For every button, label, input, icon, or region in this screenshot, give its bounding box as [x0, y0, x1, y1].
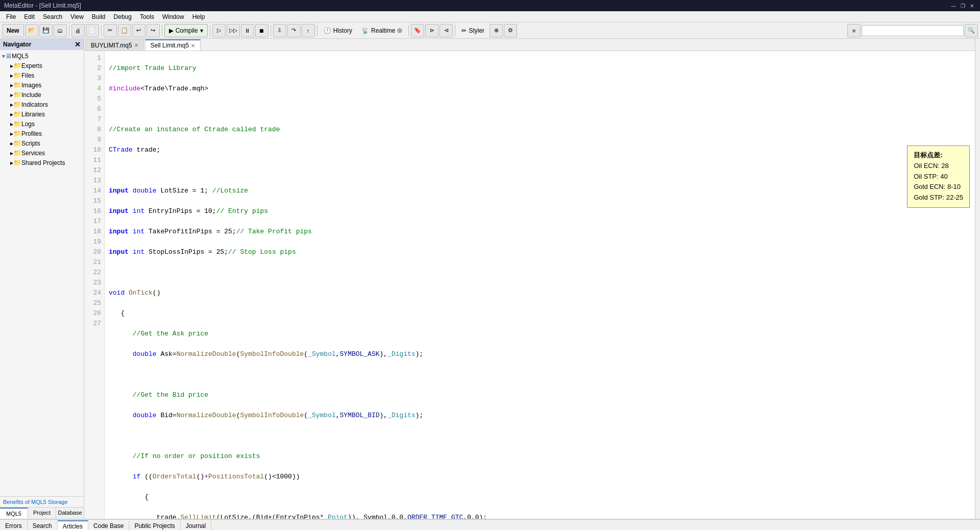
- experts-folder-icon: 📁: [13, 62, 21, 69]
- search-execute-button[interactable]: 🔍: [965, 24, 978, 37]
- images-folder-icon: 📁: [13, 81, 21, 89]
- menu-build[interactable]: Build: [88, 12, 110, 21]
- menu-view[interactable]: View: [66, 12, 88, 21]
- menu-help[interactable]: Help: [188, 12, 209, 21]
- bottom-tab-journal[interactable]: Journal: [181, 521, 211, 531]
- code-line-8: input int EntryInPips = 10;// Entry pips: [109, 206, 971, 216]
- nav-item-mql5[interactable]: ▾ 🖥 MQL5: [0, 51, 84, 61]
- tooltip-line1: Oil ECN: 28: [914, 161, 963, 172]
- code-line-5: CTrade trade;: [109, 145, 971, 155]
- code-text[interactable]: //import Trade Library #include<Trade\Tr…: [105, 51, 975, 519]
- undo-button[interactable]: ↩: [132, 24, 145, 37]
- nav-item-files[interactable]: ▸ 📁 Files: [0, 70, 84, 80]
- run-button[interactable]: ▷: [212, 24, 226, 37]
- menu-tools[interactable]: Tools: [136, 12, 158, 21]
- history-button[interactable]: 🕐 History: [320, 24, 356, 37]
- search-toolbar-icon[interactable]: ≡: [847, 24, 861, 37]
- redo-button[interactable]: ↪: [146, 24, 160, 37]
- bookmark-button[interactable]: 🔖: [411, 24, 424, 37]
- search-toolbar-input[interactable]: [862, 25, 964, 36]
- menu-edit[interactable]: Edit: [20, 12, 39, 21]
- compile-icon: ▶: [169, 27, 174, 34]
- bookmark-next-button[interactable]: ⊳: [425, 24, 438, 37]
- compile-dropdown-icon[interactable]: ▾: [200, 27, 203, 34]
- code-line-22: {: [109, 492, 971, 502]
- cut-button[interactable]: ✂: [104, 24, 117, 37]
- pause-button[interactable]: ⏸: [241, 24, 254, 37]
- close-button[interactable]: ✕: [968, 2, 976, 9]
- styler-button[interactable]: ✏ Styler: [457, 24, 488, 37]
- navigator-footer[interactable]: Benefits of MQL5 Storage: [0, 496, 84, 507]
- nav-item-indicators[interactable]: ▸ 📁 Indicators: [0, 100, 84, 109]
- right-scrollbar[interactable]: [975, 39, 980, 519]
- config-button[interactable]: ⚙: [504, 24, 517, 37]
- libraries-folder-icon: 📁: [13, 110, 21, 118]
- nav-item-profiles[interactable]: ▸ 📁 Profiles: [0, 129, 84, 138]
- bottom-tab-errors[interactable]: Errors: [0, 521, 28, 531]
- tooltip-line3: Gold ECN: 8-10: [914, 182, 963, 192]
- bottom-tab-codebase[interactable]: Code Base: [88, 521, 129, 531]
- save-button[interactable]: 💾: [39, 24, 53, 37]
- nav-files-label: Files: [21, 72, 34, 79]
- nav-item-experts[interactable]: ▸ 📁 Experts: [0, 61, 84, 70]
- print-button[interactable]: 🖨: [71, 24, 85, 37]
- compile-label: Compile: [176, 27, 198, 34]
- step-out-button[interactable]: ↑: [302, 24, 315, 37]
- nav-item-include[interactable]: ▸ 📁 Include: [0, 90, 84, 100]
- bottom-tab-public-projects[interactable]: Public Projects: [129, 521, 180, 531]
- mql5-storage-link[interactable]: Benefits of MQL5 Storage: [3, 499, 68, 505]
- tab-bar: BUYLIMIT.mq5 ✕ Sell Limit.mq5 ✕: [84, 39, 975, 51]
- bottom-tab-search[interactable]: Search: [28, 521, 58, 531]
- bottom-tab-articles[interactable]: Articles: [58, 520, 88, 531]
- menu-debug[interactable]: Debug: [110, 12, 136, 21]
- nav-tab-mql5[interactable]: MQL5: [0, 508, 28, 519]
- main-area: Navigator ✕ ▾ 🖥 MQL5 ▸ 📁 Experts ▸ 📁 Fil…: [0, 39, 980, 519]
- search-toolbar: ≡ 🔍: [847, 24, 978, 37]
- realtime-indicator: [397, 28, 402, 33]
- nav-item-shared-projects[interactable]: ▸ 📁 Shared Projects: [0, 158, 84, 167]
- menu-window[interactable]: Window: [158, 12, 188, 21]
- history-label: History: [333, 27, 352, 34]
- print-preview-button[interactable]: 📄: [86, 24, 99, 37]
- tab-sell-limit-close[interactable]: ✕: [191, 43, 195, 49]
- nav-item-libraries[interactable]: ▸ 📁 Libraries: [0, 109, 84, 119]
- title-bar: MetaEditor - [Sell Limit.mq5] — ❐ ✕: [0, 0, 980, 11]
- tooltip-line4: Gold STP: 22-25: [914, 192, 963, 203]
- tab-buylimit-close[interactable]: ✕: [134, 42, 138, 48]
- nav-tab-database[interactable]: Database: [56, 508, 84, 519]
- window-controls: — ❐ ✕: [949, 2, 976, 9]
- nav-shared-projects-label: Shared Projects: [21, 159, 65, 166]
- step-over-button[interactable]: ↷: [287, 24, 301, 37]
- code-line-6: [109, 165, 971, 176]
- run-debug-button[interactable]: ▷▷: [227, 24, 240, 37]
- menu-file[interactable]: File: [2, 12, 20, 21]
- sep2: [101, 25, 102, 36]
- nav-item-images[interactable]: ▸ 📁 Images: [0, 80, 84, 90]
- line-numbers: 1 2 3 4 5 6 7 8 9 10 11 12 13 14 15 16 1: [84, 51, 105, 519]
- save-all-button[interactable]: 🗂: [54, 24, 67, 37]
- nav-item-logs[interactable]: ▸ 📁 Logs: [0, 119, 84, 129]
- open-button[interactable]: 📂: [25, 24, 38, 37]
- step-into-button[interactable]: ⇩: [273, 24, 286, 37]
- nav-tab-project[interactable]: Project: [28, 508, 56, 519]
- minimize-button[interactable]: —: [949, 2, 958, 9]
- metaquotes-button[interactable]: ⊕: [489, 24, 503, 37]
- restore-button[interactable]: ❐: [959, 2, 967, 9]
- paste-button[interactable]: 📋: [118, 24, 131, 37]
- realtime-button[interactable]: 📡 Realtime: [357, 24, 406, 37]
- navigator-panel: Navigator ✕ ▾ 🖥 MQL5 ▸ 📁 Experts ▸ 📁 Fil…: [0, 39, 84, 519]
- new-button[interactable]: New: [2, 24, 24, 37]
- nav-item-scripts[interactable]: ▸ 📁 Scripts: [0, 138, 84, 148]
- stop-button[interactable]: ⏹: [255, 24, 268, 37]
- nav-images-label: Images: [21, 82, 41, 89]
- logs-folder-icon: 📁: [13, 120, 21, 128]
- compile-button[interactable]: ▶ Compile ▾: [164, 24, 208, 37]
- bookmark-prev-button[interactable]: ⊲: [439, 24, 453, 37]
- nav-experts-label: Experts: [21, 62, 42, 69]
- menu-search[interactable]: Search: [39, 12, 66, 21]
- tab-buylimit[interactable]: BUYLIMIT.mq5 ✕: [85, 39, 144, 51]
- navigator-title: Navigator: [3, 41, 31, 48]
- navigator-close[interactable]: ✕: [75, 40, 81, 49]
- tab-sell-limit[interactable]: Sell Limit.mq5 ✕: [145, 39, 201, 51]
- nav-item-services[interactable]: ▸ 📁 Services: [0, 148, 84, 158]
